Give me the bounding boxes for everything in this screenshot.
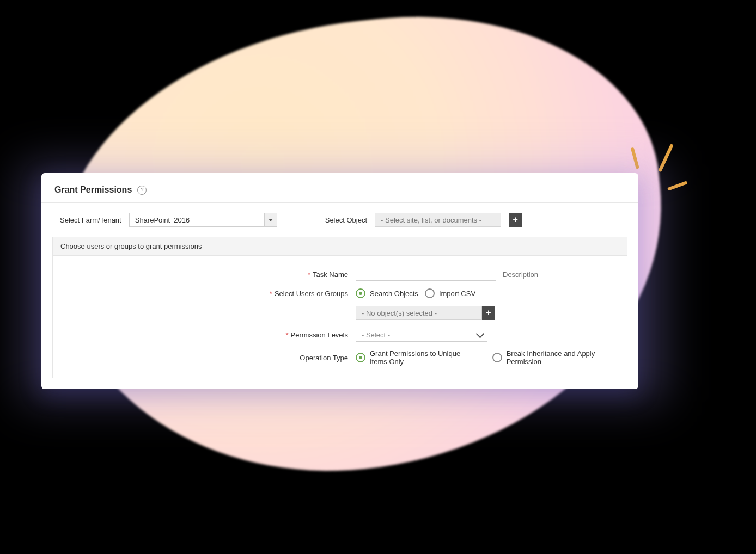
radio-on-icon (356, 353, 365, 362)
radio-import-label: Import CSV (439, 290, 475, 298)
task-name-input[interactable] (356, 268, 496, 281)
radio-break-inheritance[interactable]: Break Inheritance and Apply Permission (492, 349, 615, 366)
farm-tenant-select[interactable]: SharePoint_2016 (129, 213, 277, 227)
add-users-button[interactable]: + (482, 306, 495, 320)
select-object-field[interactable]: - Select site, list, or documents - (375, 213, 501, 227)
top-selector-row: Select Farm/Tenant SharePoint_2016 Selec… (41, 203, 638, 237)
operation-type-label: Operation Type (300, 354, 348, 362)
required-mark: * (285, 331, 288, 339)
plus-icon: + (486, 309, 491, 317)
form-section: Choose users or groups to grant permissi… (52, 237, 627, 378)
permission-levels-row: *Permission Levels - Select - (65, 328, 615, 342)
grant-permissions-panel: Grant Permissions ? Select Farm/Tenant S… (41, 173, 638, 389)
operation-type-row: Operation Type Grant Permissions to Uniq… (65, 349, 615, 366)
required-mark: * (270, 290, 272, 298)
select-object-placeholder: - Select site, list, or documents - (381, 216, 481, 224)
panel-title: Grant Permissions (54, 185, 132, 195)
add-object-button[interactable]: + (509, 213, 522, 227)
chevron-down-icon (264, 213, 277, 226)
radio-break-label: Break Inheritance and Apply Permission (507, 349, 615, 366)
radio-import-csv[interactable]: Import CSV (425, 288, 475, 298)
objects-selected-placeholder: - No object(s) selected - (362, 309, 437, 317)
permission-levels-placeholder: - Select - (356, 331, 473, 339)
panel-header: Grant Permissions ? (41, 173, 638, 203)
required-mark: * (308, 270, 310, 279)
radio-off-icon (425, 288, 435, 298)
task-name-row: *Task Name Description (65, 268, 615, 281)
plus-icon: + (513, 216, 517, 224)
description-link[interactable]: Description (503, 270, 538, 279)
objects-selected-field[interactable]: - No object(s) selected - (356, 306, 482, 320)
chevron-down-icon (473, 333, 487, 337)
radio-grant-label: Grant Permissions to Unique Items Only (370, 349, 479, 366)
farm-tenant-value: SharePoint_2016 (130, 216, 264, 224)
radio-grant-unique[interactable]: Grant Permissions to Unique Items Only (356, 349, 479, 366)
select-object-label: Select Object (325, 216, 367, 224)
radio-on-icon (356, 288, 365, 298)
radio-search-objects[interactable]: Search Objects (356, 288, 418, 298)
permission-levels-select[interactable]: - Select - (356, 328, 487, 342)
form-section-heading: Choose users or groups to grant permissi… (53, 237, 627, 256)
users-groups-row: *Select Users or Groups Search Objects I… (65, 288, 615, 298)
radio-off-icon (492, 353, 502, 362)
help-icon[interactable]: ? (137, 186, 147, 195)
objects-selected-row: - No object(s) selected - + (65, 306, 615, 320)
permission-levels-label: Permission Levels (291, 331, 349, 339)
users-groups-label: Select Users or Groups (275, 290, 348, 298)
task-name-label: Task Name (313, 270, 348, 279)
radio-search-label: Search Objects (370, 290, 418, 298)
farm-tenant-label: Select Farm/Tenant (60, 216, 121, 224)
